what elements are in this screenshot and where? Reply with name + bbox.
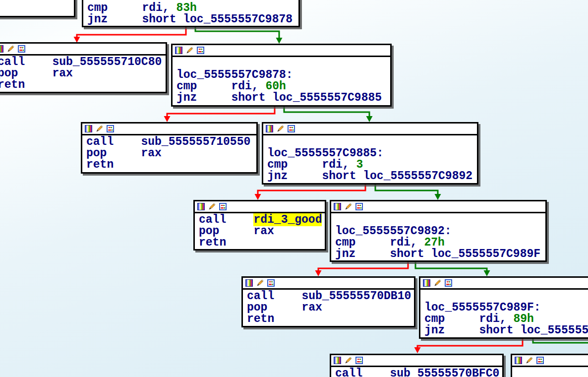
node-loc_5555557C9878[interactable]: loc_5555557C9878:cmp rdi, 60hjnz short l… (171, 44, 392, 107)
node-call-sub_55555570BFC0[interactable]: call sub_55555570BFC0 (330, 354, 504, 377)
node-color-icon[interactable] (175, 47, 182, 54)
asm-line[interactable] (424, 291, 588, 302)
edge-true-loc9885-to-loc9892 (375, 185, 441, 200)
asm-text: jnz short loc_5555557C9885 (176, 91, 382, 104)
asm-line[interactable]: call rdi_3_good (199, 214, 325, 226)
edge-false-loc9892-to-call0DB10 (315, 262, 409, 276)
node-header[interactable] (82, 124, 256, 135)
node-header[interactable] (331, 201, 545, 213)
asm-line[interactable]: jnz short loc_5555557C9885 (176, 92, 390, 104)
node-color-icon[interactable] (85, 125, 92, 132)
asm-text: retn (86, 158, 114, 171)
node-color-icon[interactable] (423, 279, 430, 287)
asm-line[interactable]: pop rax (0, 68, 166, 79)
node-group-icon[interactable] (18, 45, 25, 53)
asm-line[interactable] (176, 58, 390, 69)
asm-text: jnz short loc_5555557C9878 (87, 13, 293, 26)
asm-line[interactable]: jnz short loc_5555557C9892 (267, 171, 477, 182)
asm-line[interactable]: loc_5555557C989F: (424, 302, 588, 314)
asm-line[interactable]: jnz short loc_5555557C989F (335, 249, 545, 260)
node-loc_5555557C9885[interactable]: loc_5555557C9885:cmp rdi, 3jnz short loc… (262, 122, 478, 185)
node-group-icon[interactable] (355, 203, 363, 210)
node-header[interactable] (173, 45, 390, 57)
node-loc_5555557C9892[interactable]: loc_5555557C9892:cmp rdi, 27hjnz short l… (330, 200, 547, 262)
node-group-icon[interactable] (107, 125, 114, 132)
asm-line[interactable]: jnz short loc_5555557C9878 (87, 14, 298, 25)
edge-false-loc9878-to-call710550 (164, 107, 275, 122)
asm-line[interactable] (335, 214, 545, 226)
asm-line[interactable] (267, 136, 477, 148)
asm-line[interactable]: retn (0, 79, 166, 91)
node-color-icon[interactable] (197, 203, 205, 210)
node-group-icon[interactable] (355, 357, 363, 364)
asm-text: retn (247, 313, 274, 325)
asm-line[interactable]: retn (199, 237, 325, 249)
graph-canvas[interactable]: cmp rdi, 83hjnz short loc_5555557C9878ca… (0, 0, 588, 377)
node-cmp-83h[interactable]: cmp rdi, 83hjnz short loc_5555557C9878 (82, 0, 300, 27)
node-body: call sub_55555570DB10pop raxretn (243, 290, 414, 325)
asm-line[interactable]: loc_5555557C9885: (267, 148, 477, 159)
edge-true-cmp83h-to-loc9878 (195, 27, 283, 44)
asm-line[interactable]: pop rax (247, 302, 414, 314)
node-group-icon[interactable] (267, 279, 275, 287)
node-call-sub_55555570DB10[interactable]: call sub_55555570DB10pop raxretn (241, 276, 415, 327)
node-color-icon[interactable] (515, 357, 522, 364)
asm-line[interactable]: cmp rdi, 83h (87, 2, 298, 14)
node-call-sub_555555710550[interactable]: call sub_555555710550pop raxretn (81, 122, 258, 174)
asm-line[interactable]: jnz short loc_55555555 (424, 325, 588, 336)
asm-line[interactable]: call sub_55555570BFC0 (335, 368, 502, 377)
asm-line[interactable]: cmp rdi, 60h (176, 81, 390, 92)
node-edit-icon[interactable] (186, 47, 193, 54)
node-header[interactable] (331, 355, 502, 367)
node-color-icon[interactable] (266, 125, 273, 132)
node-color-icon[interactable] (334, 203, 341, 210)
node-edit-icon[interactable] (277, 125, 284, 132)
node-color-icon[interactable] (334, 357, 341, 364)
node-offscreen-bottom-right[interactable] (511, 354, 588, 377)
asm-line[interactable]: call sub_55555570DB10 (247, 291, 414, 302)
asm-line[interactable]: retn (86, 159, 256, 171)
node-edit-icon[interactable] (345, 203, 352, 210)
node-edit-icon[interactable] (96, 125, 103, 132)
asm-line[interactable]: loc_5555557C9878: (176, 69, 390, 81)
node-group-icon[interactable] (219, 203, 227, 210)
node-edit-icon[interactable] (345, 357, 352, 364)
asm-text: jnz short loc_55555555 (424, 324, 588, 337)
node-header[interactable] (512, 355, 588, 367)
node-body: loc_5555557C9878:cmp rdi, 60hjnz short l… (173, 57, 390, 104)
asm-line[interactable]: call sub_555555710550 (86, 136, 256, 148)
node-offscreen-top-left[interactable] (0, 0, 75, 17)
node-header[interactable] (195, 201, 325, 213)
node-header[interactable] (420, 278, 588, 290)
node-loc_5555557C989F[interactable]: loc_5555557C989F:cmp rdi, 89hjnz short l… (419, 276, 588, 339)
node-color-icon[interactable] (0, 45, 3, 53)
node-group-icon[interactable] (288, 125, 295, 132)
node-group-icon[interactable] (445, 279, 452, 287)
edge-true-loc9878-to-loc9885 (284, 107, 373, 122)
node-header[interactable] (0, 44, 166, 56)
asm-line[interactable]: cmp rdi, 27h (335, 237, 545, 249)
asm-text: call sub_55555570BFC0 (335, 367, 499, 377)
node-edit-icon[interactable] (434, 279, 441, 287)
node-header[interactable] (263, 124, 477, 135)
node-group-icon[interactable] (536, 357, 544, 364)
node-edit-icon[interactable] (208, 203, 216, 210)
asm-text: retn (199, 236, 226, 249)
node-body: loc_5555557C9885:cmp rdi, 3jnz short loc… (263, 135, 477, 182)
node-call-rdi_3_good[interactable]: call rdi_3_goodpop raxretn (193, 200, 326, 251)
node-edit-icon[interactable] (526, 357, 533, 364)
edge-true-loc9892-to-loc989F (415, 262, 490, 276)
asm-line[interactable]: pop rax (86, 148, 256, 159)
node-group-icon[interactable] (197, 47, 204, 54)
node-color-icon[interactable] (245, 279, 253, 287)
asm-line[interactable]: loc_5555557C9892: (335, 226, 545, 237)
asm-line[interactable]: retn (247, 314, 414, 325)
asm-line[interactable]: call sub_555555710C80 (0, 57, 166, 68)
asm-line[interactable]: cmp rdi, 3 (267, 159, 477, 171)
node-edit-icon[interactable] (256, 279, 264, 287)
asm-line[interactable]: pop rax (199, 226, 325, 237)
node-header[interactable] (243, 278, 414, 290)
node-edit-icon[interactable] (7, 45, 14, 53)
asm-line[interactable]: cmp rdi, 89h (424, 314, 588, 325)
node-call-sub_555555710C80[interactable]: call sub_555555710C80pop raxretn (0, 42, 167, 93)
